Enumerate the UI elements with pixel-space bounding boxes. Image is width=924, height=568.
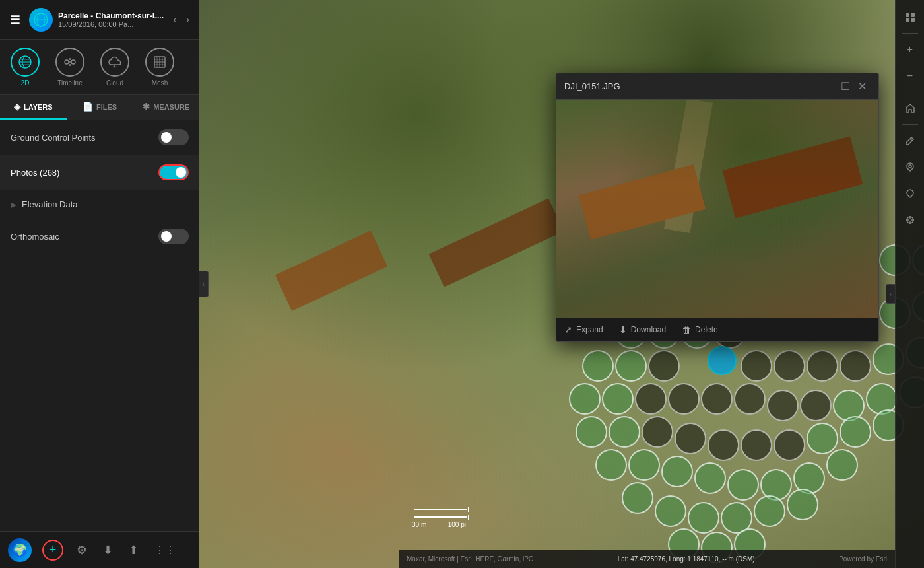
tool-mesh[interactable]: Mesh [145,48,174,87]
tool-2d[interactable]: 2D [11,48,40,87]
photo-circle[interactable] [840,416,871,448]
target-button[interactable] [898,208,922,232]
delete-icon: 🗑 [682,324,691,335]
photo-circle[interactable] [741,350,772,382]
layer-row-ortho[interactable]: Orthomosaic [0,219,199,254]
tab-bar: ◈ LAYERS 📄 FILES ✱ MEASURE [0,95,199,120]
right-toolbar: + − › [895,0,924,568]
layer-row-photos[interactable]: Photos (268) [0,155,199,190]
svg-rect-16 [906,13,909,17]
right-panel-expand[interactable]: › [886,284,895,304]
share-button[interactable]: ⋮⋮ [152,541,178,559]
photo-circle[interactable] [727,469,759,501]
ortho-toggle[interactable] [158,229,189,244]
svg-point-22 [909,165,911,168]
settings-button[interactable]: ⚙ [74,540,90,560]
tab-files[interactable]: 📄 FILES [67,95,133,120]
tool-cloud[interactable]: Cloud [100,48,129,87]
photo-circle[interactable] [807,423,838,454]
project-date: 15/09/2016, 00:00 Pa... [58,20,164,28]
photo-circle[interactable] [774,350,805,382]
bottom-bar: Maxar, Microsoft | Esri, HERE, Garmin, i… [399,550,895,568]
layers-tab-icon: ◈ [14,102,20,112]
scale-bar: 30 m 100 pi [412,507,469,528]
photos-toggle[interactable] [158,164,189,180]
grid-view-button[interactable] [898,5,922,29]
location-pin-button[interactable] [898,182,922,205]
photo-circle[interactable] [642,416,673,448]
photo-circle[interactable] [628,449,660,481]
map-area[interactable]: 30 m 100 pi DJI_0151.JPG ☐ ✕ ⤢ Expand ⬇ [199,0,924,568]
photo-circle[interactable] [767,390,799,421]
delete-label: Delete [695,325,718,334]
tab-layers[interactable]: ◈ LAYERS [0,95,67,120]
layer-name-gcp: Ground Control Points [11,133,158,143]
photo-circle[interactable] [701,383,733,415]
photo-circle[interactable] [754,495,785,527]
upload-button[interactable]: ⬆ [126,540,141,560]
popup-close-button[interactable]: ✕ [854,79,871,94]
photo-circle[interactable] [648,350,680,382]
tab-measure[interactable]: ✱ MEASURE [133,95,199,120]
photo-circle[interactable] [582,350,614,382]
files-tab-label: FILES [96,103,117,111]
gcp-toggle-area [158,129,189,145]
photo-circle[interactable] [708,429,739,461]
tool-timeline-label: Timeline [57,79,82,87]
sidebar-collapse-handle[interactable]: ‹ [199,271,209,297]
location-button[interactable] [898,155,922,179]
photo-circle[interactable] [609,416,640,448]
photo-circle[interactable] [826,449,858,481]
tool-icons-row: 2D Timeline Clou [0,40,199,95]
tool-timeline[interactable]: Timeline [55,48,84,87]
photo-circle[interactable] [734,383,766,415]
layer-name-elevation: Elevation Data [22,199,189,209]
photo-circle[interactable] [615,350,647,382]
nav-back-button[interactable]: ‹ [170,13,180,27]
nav-forward-button[interactable]: › [183,13,193,27]
scale-metric: 30 m [412,521,426,528]
photo-circle[interactable] [787,489,818,520]
photo-circle[interactable] [661,456,693,487]
popup-download-button[interactable]: ⬇ Download [619,324,666,335]
photo-circle[interactable] [741,429,772,461]
download-button[interactable]: ⬇ [100,540,116,560]
photo-circle[interactable] [694,462,726,494]
photo-circle[interactable] [569,383,601,415]
popup-expand-button[interactable]: ⤢ Expand [564,324,603,335]
measure-tab-label: MEASURE [153,103,189,111]
photo-circle[interactable] [840,350,871,382]
photo-circle[interactable] [655,495,686,527]
hamburger-menu-button[interactable]: ☰ [7,9,24,30]
elevation-expand-icon[interactable]: ▶ [11,200,16,209]
image-popup: DJI_0151.JPG ☐ ✕ ⤢ Expand ⬇ Download 🗑 [556,73,879,342]
gcp-toggle[interactable] [158,129,189,145]
layer-row-elevation[interactable]: ▶ Elevation Data [0,190,199,219]
photo-circle[interactable] [807,350,838,382]
pen-tool-button[interactable] [898,129,922,153]
photo-circle[interactable] [688,502,719,534]
photo-circle[interactable] [595,449,627,481]
photo-circle[interactable] [774,429,805,461]
home-button[interactable] [898,96,922,120]
photo-circle[interactable] [635,383,667,415]
svg-rect-17 [911,13,915,17]
layers-tab-label: LAYERS [24,103,53,111]
photo-circle[interactable] [675,423,706,454]
photo-circle-selected[interactable] [708,346,737,375]
photo-circle[interactable] [576,416,607,448]
popup-maximize-button[interactable]: ☐ [837,79,854,94]
photo-circle[interactable] [800,390,832,421]
photo-circle[interactable] [602,383,634,415]
popup-delete-button[interactable]: 🗑 Delete [682,324,718,335]
photos-toggle-knob [176,167,186,178]
photo-circle[interactable] [668,383,700,415]
zoom-in-button[interactable]: + [898,38,922,61]
photo-circle[interactable] [622,482,653,514]
svg-point-4 [71,60,75,64]
svg-point-3 [65,60,69,64]
zoom-out-button[interactable]: − [898,64,922,88]
sidebar-header: ☰ Parcelle - Chaumont-sur-L... 15/09/201… [0,0,199,40]
layer-row-gcp[interactable]: Ground Control Points [0,120,199,155]
add-layer-button[interactable]: + [42,540,63,561]
